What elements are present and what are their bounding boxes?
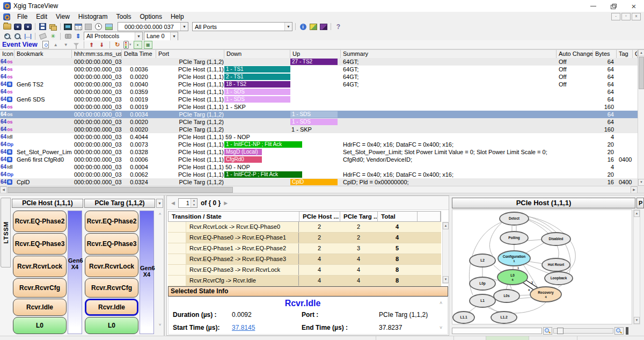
- state-node-l2[interactable]: L2: [470, 254, 495, 267]
- protocols-combobox[interactable]: All Protocols ▼: [84, 32, 143, 41]
- nav-next-icon[interactable]: ▶: [224, 200, 228, 206]
- scroll-down-icon[interactable]: ▼: [62, 41, 70, 48]
- clock-icon[interactable]: [94, 23, 103, 31]
- menu-help[interactable]: Help: [166, 13, 188, 20]
- scroll-up-icon[interactable]: ▲: [52, 41, 60, 48]
- diagram-vscrollbar[interactable]: ▲ ▼: [633, 209, 640, 324]
- state-node-detect[interactable]: Detect: [500, 212, 529, 225]
- packet-bar[interactable]: 1 - TS1: [224, 66, 290, 73]
- open-trace-icon[interactable]: [3, 23, 12, 31]
- col-up[interactable]: Up: [290, 50, 341, 59]
- minimize-button[interactable]: [583, 0, 603, 12]
- menu-options[interactable]: Options: [136, 13, 166, 20]
- image-view-icon[interactable]: [104, 23, 113, 31]
- jump-previous-icon[interactable]: ⇑: [87, 41, 96, 48]
- col-summary[interactable]: Summary: [341, 50, 557, 59]
- diagram-zoom-out-button[interactable]: [543, 327, 552, 335]
- col-pcie-host[interactable]: PCIe Host ...: [299, 212, 340, 221]
- ltssm-state-rcvr-eq-phase3[interactable]: Rcvr.EQ-Phase3: [13, 233, 67, 255]
- traffic-filter-icon[interactable]: ▼: [123, 41, 132, 48]
- state-node-l1-2[interactable]: L1.2: [491, 312, 517, 323]
- event-table-hscrollbar[interactable]: ◀ ▶: [0, 186, 638, 193]
- ltssm-state-rcvr-eq-phase3[interactable]: Rcvr.EQ-Phase3: [85, 233, 138, 255]
- ports-caret-icon[interactable]: ▼: [284, 23, 292, 31]
- export-trace-icon[interactable]: [23, 23, 32, 31]
- diagram-zoom-in-button[interactable]: [614, 327, 624, 335]
- diagram-zoom-slider[interactable]: [553, 328, 613, 334]
- ltssm-state-rcvr-rcvrcfg[interactable]: Rcvr.RcvrCfg: [13, 278, 67, 298]
- col-bookmark[interactable]: Bookmark: [14, 50, 72, 59]
- time-combobox[interactable]: 000:00:00.000 037 ▼: [118, 22, 188, 31]
- packet-bar[interactable]: 2 - TS1: [224, 74, 290, 80]
- col-delta[interactable]: Delta Time: [122, 50, 156, 59]
- ltssm-tab[interactable]: LTSSM: [1, 198, 11, 267]
- col-tag[interactable]: Tag: [617, 50, 633, 59]
- event-row[interactable]: 64BGen6 TS2000:00:00.000_0370.0040PCIe H…: [0, 81, 638, 88]
- col-qu[interactable]: Qu: [633, 50, 638, 59]
- transition-row[interactable]: Rcvr.RcvrCfg -> Rcvr.Idle448: [168, 276, 441, 286]
- event-row[interactable]: 64os000:00:00.000_0370.0036PCIe Host (1,…: [0, 66, 638, 73]
- col-icon[interactable]: Icon: [0, 50, 14, 59]
- import-trace-icon[interactable]: [13, 23, 22, 31]
- diagram-scroll-up-icon[interactable]: ▲: [634, 210, 640, 217]
- transition-row[interactable]: Rcvr.EQ-Phase2 -> Rcvr.EQ-Phase3448: [168, 254, 441, 265]
- ltssm-header-dropdown-icon[interactable]: ▼: [156, 199, 163, 208]
- packet-bar[interactable]: CfgRd0: [224, 156, 262, 163]
- state-node-hot-reset[interactable]: Hot Reset: [542, 258, 570, 271]
- ltssm-state-rcvr-eq-phase2[interactable]: Rcvr.EQ-Phase2: [85, 211, 138, 232]
- ltssm-scroll-up-icon[interactable]: ˄: [157, 212, 163, 218]
- zoom-in-icon[interactable]: +: [3, 32, 12, 40]
- event-row[interactable]: 64BSet_Slot_Power_Limit000:00:00.000_038…: [0, 148, 638, 156]
- packet-bar[interactable]: 18 - TS2: [224, 81, 290, 88]
- help-icon[interactable]: ?: [334, 23, 343, 31]
- lane-caret-icon[interactable]: ▼: [170, 32, 178, 40]
- col-transition-state[interactable]: Transition / State: [169, 212, 299, 221]
- diagram-host-tab[interactable]: PCIe Host (1,1,1): [452, 198, 635, 208]
- info-scroll-down-icon[interactable]: ˅: [440, 325, 442, 330]
- menu-histogram[interactable]: Histogram: [74, 13, 112, 20]
- close-button[interactable]: ×: [624, 0, 644, 12]
- lane-combobox[interactable]: Lane 0 ▼: [144, 32, 178, 41]
- menu-tools[interactable]: Tools: [112, 13, 136, 20]
- mdi-close-button[interactable]: x: [632, 13, 641, 20]
- col-pcie-targ[interactable]: PCIe Targ ...: [340, 212, 378, 221]
- event-table-vscrollbar[interactable]: ▲ ▼: [638, 49, 644, 186]
- transition-index-spinner[interactable]: 1 ▲▼: [178, 198, 197, 208]
- ltssm-state-l0[interactable]: L0: [13, 317, 67, 334]
- menu-view[interactable]: View: [52, 13, 74, 20]
- table-view-icon[interactable]: [74, 23, 83, 31]
- state-node-disabled[interactable]: Disabled: [541, 233, 570, 245]
- expand-vertical-icon[interactable]: ⇕: [74, 32, 83, 40]
- event-row[interactable]: 64os000:00:00.000_037PCIe Targ (1,1,2)27…: [0, 58, 638, 66]
- mdi-minimize-button[interactable]: -: [611, 13, 620, 20]
- state-node-l1[interactable]: L1: [470, 294, 495, 307]
- col-time[interactable]: hhh:mm:ss.ms_us: [72, 50, 122, 59]
- scroll-up-arrow[interactable]: ▲: [638, 49, 644, 56]
- event-row[interactable]: 64os000:00:00.000_0370.0020PCIe Targ (1,…: [0, 118, 638, 126]
- diagram-targ-tab-partial[interactable]: P: [636, 198, 644, 208]
- ltssm-state-rcvr-rcvrlock[interactable]: Rcvr.RcvrLock: [85, 256, 138, 277]
- ltssm-host-header[interactable]: PCIe Host (1,1,1): [12, 199, 83, 208]
- event-row[interactable]: 64Dp000:00:00.000_0380.0062PCIe Host (1,…: [0, 171, 638, 178]
- ltssm-state-rcvr-eq-phase2[interactable]: Rcvr.EQ-Phase2: [13, 211, 67, 232]
- transition-vscrollbar[interactable]: ▲ ▼: [442, 222, 449, 284]
- ltssm-state-rcvr-idle[interactable]: Rcvr.Idle: [13, 299, 67, 316]
- protocols-caret-icon[interactable]: ▼: [135, 32, 142, 40]
- ltssm-state-rcvr-idle[interactable]: Rcvr.Idle: [85, 299, 138, 316]
- event-row[interactable]: 64os000:00:00.000_0370.0020PCIe Host (1,…: [0, 73, 638, 81]
- state-node-polling[interactable]: Polling: [500, 232, 528, 244]
- columns-view-icon[interactable]: ▦: [144, 41, 152, 48]
- find-event-icon[interactable]: [41, 41, 50, 48]
- ltssm-state-rcvr-rcvrlock[interactable]: Rcvr.RcvrLock: [13, 256, 67, 277]
- start-time-link[interactable]: 37.8145: [232, 324, 255, 331]
- spin-up-icon[interactable]: ▲: [191, 199, 197, 203]
- spin-down-icon[interactable]: ▼: [191, 203, 197, 207]
- state-node-configuration[interactable]: Configuration1: [498, 251, 530, 266]
- nav-previous-icon[interactable]: ◀: [171, 200, 175, 206]
- col-auto-change[interactable]: Auto Change: [557, 50, 593, 59]
- time-caret-icon[interactable]: ▼: [180, 23, 188, 31]
- protocol-map-icon[interactable]: [319, 23, 328, 31]
- packet-bar[interactable]: CplD: [290, 179, 338, 185]
- diagram-hscrollbar[interactable]: [452, 328, 542, 334]
- event-row[interactable]: 64BGen6 SDS000:00:00.000_0370.0019PCIe H…: [0, 96, 638, 103]
